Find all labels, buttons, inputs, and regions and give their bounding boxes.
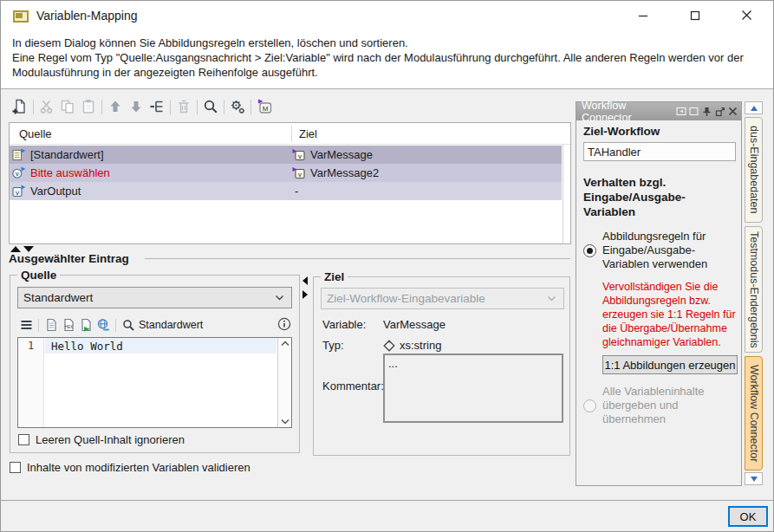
table-row[interactable]: v VarOutput - bbox=[10, 182, 562, 200]
sort-up-icon[interactable] bbox=[10, 246, 21, 252]
toolbar-separator bbox=[197, 100, 198, 114]
panel-maximize-button[interactable] bbox=[688, 106, 699, 117]
hex-view-button[interactable]: HEX bbox=[60, 317, 77, 333]
ziel-cell[interactable]: v VarMessage2 bbox=[291, 166, 562, 179]
ziel-workflow-field[interactable] bbox=[583, 142, 736, 161]
quelle-cell[interactable]: [Standardwert] bbox=[10, 148, 291, 161]
maximize-icon bbox=[689, 107, 699, 116]
column-header-ziel[interactable]: Ziel bbox=[291, 127, 570, 140]
ziel-cell[interactable]: - bbox=[291, 185, 562, 198]
editor-line-numbers: 1 bbox=[18, 338, 44, 427]
mapping-rules-radio-row[interactable]: Abbildungsregeln für Eingabe/Ausgabe-Var… bbox=[583, 230, 738, 271]
variable-label: Variable: bbox=[322, 318, 383, 331]
tab-workflow-connector-active[interactable]: Workflow Connector bbox=[745, 356, 763, 470]
move-up-button[interactable] bbox=[105, 97, 126, 116]
validate-checkbox-row[interactable]: Inhalte von modifizierten Variablen vali… bbox=[10, 461, 250, 474]
cut-button[interactable] bbox=[36, 97, 57, 116]
workflow-connector-panel: Workflow Connector Ziel-W bbox=[576, 101, 742, 486]
paste-button[interactable] bbox=[78, 97, 99, 116]
ignore-empty-checkbox-row[interactable]: Leeren Quell-Inhalt ignorieren bbox=[18, 433, 185, 446]
search-button[interactable] bbox=[200, 97, 221, 116]
module-button[interactable]: M bbox=[254, 97, 275, 116]
sort-handles[interactable] bbox=[10, 246, 34, 252]
pin-button[interactable] bbox=[701, 106, 712, 117]
radio-selected[interactable] bbox=[583, 244, 596, 257]
ziel-value: VarMessage bbox=[310, 148, 373, 161]
mapping-rules-radio-label: Abbildungsregeln für Eingabe/Ausgabe-Var… bbox=[602, 230, 732, 271]
quelle-value: Bitte auswählen bbox=[30, 166, 110, 179]
editor-menu-button[interactable] bbox=[17, 317, 35, 333]
choose-value-icon: v bbox=[12, 166, 26, 179]
close-icon bbox=[741, 10, 752, 21]
table-row[interactable]: [Standardwert] v VarMessage bbox=[10, 146, 562, 164]
copy-button[interactable] bbox=[57, 97, 78, 116]
tabs-scroll-down-button[interactable] bbox=[745, 472, 763, 485]
hamburger-menu-icon bbox=[20, 319, 33, 331]
encoding-button[interactable] bbox=[94, 317, 112, 333]
chevron-down-icon bbox=[274, 292, 285, 303]
new-document-icon bbox=[12, 99, 28, 114]
quelle-cell[interactable]: v VarOutput bbox=[10, 185, 291, 198]
ziel-cell[interactable]: v VarMessage bbox=[291, 148, 562, 161]
dock-left-button[interactable] bbox=[675, 106, 686, 117]
collapse-right-icon[interactable] bbox=[302, 290, 308, 299]
ziel-workflow-heading: Ziel-Workflow bbox=[583, 125, 738, 138]
source-content-editor[interactable]: 1 Hello World bbox=[17, 337, 292, 428]
minimize-button[interactable] bbox=[623, 1, 663, 29]
quelle-type-dropdown[interactable]: Standardwert bbox=[17, 287, 292, 308]
scroll-up-icon bbox=[751, 106, 758, 111]
description-line2: Eine Regel vom Typ "Quelle:Ausgangsnachr… bbox=[12, 51, 744, 79]
toolbar-separator bbox=[115, 319, 116, 332]
panel-titlebar[interactable]: Workflow Connector bbox=[576, 102, 741, 120]
all-variables-radio-label: Alle Variableninhalte übergeben und über… bbox=[602, 385, 732, 426]
generate-mappings-button[interactable]: 1:1 Abbildungen erzeugen bbox=[602, 355, 738, 374]
editor-content[interactable]: Hello World bbox=[51, 340, 276, 353]
remove-mapping-button[interactable] bbox=[146, 97, 167, 116]
variable-icon: v bbox=[292, 166, 306, 179]
collapse-left-icon[interactable] bbox=[302, 276, 308, 285]
window-icon bbox=[13, 10, 29, 23]
heading-rule bbox=[145, 258, 570, 259]
panel-body: Ziel-Workflow Verhalten bzgl. Eingabe/Au… bbox=[583, 125, 738, 482]
editor-search-button[interactable] bbox=[120, 317, 137, 333]
variable-icon: v bbox=[292, 148, 306, 161]
move-down-button[interactable] bbox=[126, 97, 146, 116]
table-row[interactable]: v Bitte auswählen v VarMessage2 bbox=[10, 164, 562, 182]
sort-down-icon[interactable] bbox=[23, 246, 34, 252]
scroll-up-icon[interactable] bbox=[281, 341, 289, 347]
tabs-scroll-up-button[interactable] bbox=[745, 101, 763, 114]
tab-testmodus-endergebnis[interactable]: Testmodus-Endergebnis bbox=[745, 226, 763, 353]
info-button[interactable] bbox=[277, 317, 291, 334]
description-line1: In diesem Dialog können Sie Abbildungsre… bbox=[12, 36, 408, 49]
panel-close-button[interactable] bbox=[727, 106, 738, 117]
quelle-cell[interactable]: v Bitte auswählen bbox=[10, 166, 291, 179]
new-rule-button[interactable] bbox=[10, 97, 30, 116]
import-content-button[interactable] bbox=[77, 317, 94, 333]
checkbox[interactable] bbox=[10, 462, 21, 473]
checkbox[interactable] bbox=[18, 434, 29, 445]
table-scrollbar[interactable] bbox=[563, 145, 570, 243]
settings-button[interactable] bbox=[227, 97, 248, 116]
maximize-button[interactable] bbox=[675, 1, 715, 29]
search-icon bbox=[122, 319, 135, 332]
float-button[interactable] bbox=[714, 106, 725, 117]
module-icon: M bbox=[257, 99, 273, 114]
svg-text:M: M bbox=[262, 105, 268, 113]
tab-testmodus-eingabedaten[interactable]: dus-Eingabedaten bbox=[745, 117, 763, 223]
column-header-quelle[interactable]: Quelle bbox=[10, 127, 291, 140]
tab-label: Workflow Connector bbox=[748, 365, 760, 462]
ok-button[interactable]: OK bbox=[728, 506, 768, 527]
editor-scrollbar[interactable] bbox=[277, 338, 291, 427]
ziel-value: - bbox=[292, 185, 298, 198]
minimize-icon bbox=[638, 10, 648, 21]
text-view-button[interactable] bbox=[42, 317, 60, 333]
delete-button[interactable] bbox=[173, 97, 194, 116]
table-header: Quelle Ziel bbox=[10, 123, 570, 145]
quelle-group: Quelle Standardwert HEX bbox=[10, 275, 300, 453]
splitter-collapse-controls[interactable] bbox=[302, 276, 308, 299]
close-button[interactable] bbox=[726, 1, 766, 29]
trash-icon bbox=[176, 99, 192, 114]
arrow-up-icon bbox=[107, 99, 123, 114]
scroll-down-icon[interactable] bbox=[281, 418, 289, 425]
column-divider bbox=[291, 126, 292, 142]
